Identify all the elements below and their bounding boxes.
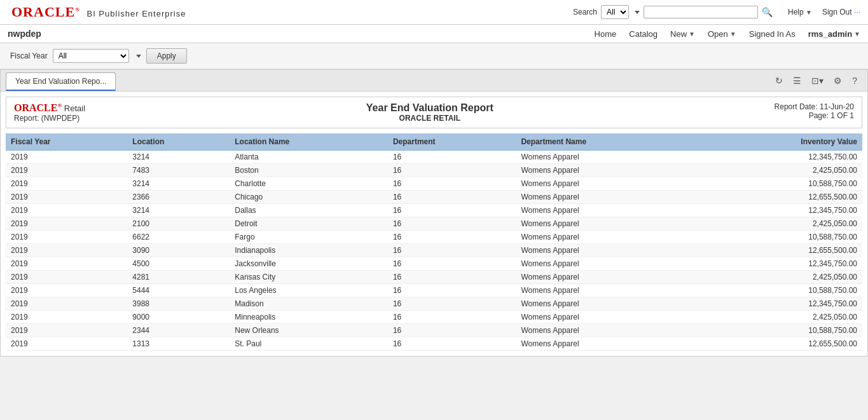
report-subtitle: ORACLE RETAIL — [85, 114, 775, 123]
cell-department-name: Womens Apparel — [516, 311, 699, 324]
help-link[interactable]: Help ▼ — [788, 8, 812, 17]
col-inventory-value: Inventory Value — [700, 133, 862, 151]
cell-department-name: Womens Apparel — [516, 271, 699, 284]
cell-location-name: Atlanta — [230, 151, 388, 164]
table-row: 2019 2366 Chicago 16 Womens Apparel 12,6… — [6, 191, 862, 204]
cell-fiscal-year: 2019 — [6, 257, 127, 271]
cell-location: 2344 — [127, 324, 230, 337]
table-row: 2019 9000 Minneapolis 16 Womens Apparel … — [6, 311, 862, 324]
cell-fiscal-year: 2019 — [6, 204, 127, 217]
open-dropdown[interactable]: Open ▼ — [708, 29, 736, 39]
cell-inventory-value: 12,655,500.00 — [700, 337, 862, 351]
fiscal-year-select[interactable]: All 2019 2020 — [53, 49, 129, 63]
cell-fiscal-year: 2019 — [6, 164, 127, 177]
cell-location-name: Detroit — [230, 217, 388, 231]
cell-location-name: Minneapolis — [230, 311, 388, 324]
cell-location-name: Fargo — [230, 231, 388, 244]
cell-department-name: Womens Apparel — [516, 231, 699, 244]
cell-department: 16 — [388, 164, 516, 177]
cell-department: 16 — [388, 191, 516, 204]
brand-name: nwpdep — [8, 29, 41, 39]
cell-department: 16 — [388, 151, 516, 164]
cell-inventory-value: 10,588,750.00 — [700, 324, 862, 337]
search-input[interactable] — [644, 6, 758, 18]
tab-year-end-valuation[interactable]: Year End Valuation Repo... — [6, 72, 116, 91]
top-nav-actions: Help ▼ Sign Out ··· — [788, 8, 860, 17]
cell-location-name: Boston — [230, 164, 388, 177]
export-button[interactable]: ⊡▾ — [809, 74, 826, 87]
search-button[interactable]: 🔍 — [762, 7, 773, 17]
cell-inventory-value: 10,588,750.00 — [700, 177, 862, 191]
table-row: 2019 2100 Detroit 16 Womens Apparel 2,42… — [6, 217, 862, 231]
cell-location-name: Jacksonville — [230, 257, 388, 271]
table-header-row: Fiscal Year Location Location Name Depar… — [6, 133, 862, 151]
cell-department: 16 — [388, 271, 516, 284]
settings-button[interactable]: ⚙ — [831, 74, 844, 87]
second-navigation: nwpdep Home Catalog New ▼ Open ▼ Signed … — [0, 25, 868, 43]
cell-fiscal-year: 2019 — [6, 177, 127, 191]
table-row: 2019 6622 Fargo 16 Womens Apparel 10,588… — [6, 231, 862, 244]
cell-inventory-value: 12,345,750.00 — [700, 204, 862, 217]
cell-inventory-value: 12,345,750.00 — [700, 151, 862, 164]
signed-in-label: Signed In As — [749, 29, 796, 39]
cell-department-name: Womens Apparel — [516, 297, 699, 311]
cell-fiscal-year: 2019 — [6, 271, 127, 284]
user-chevron-icon: ▼ — [854, 30, 860, 37]
signout-link[interactable]: Sign Out ··· — [822, 8, 860, 17]
cell-location: 7483 — [127, 164, 230, 177]
cell-department: 16 — [388, 297, 516, 311]
table-row: 2019 2344 New Orleans 16 Womens Apparel … — [6, 324, 862, 337]
cell-department-name: Womens Apparel — [516, 151, 699, 164]
cell-location: 6622 — [127, 231, 230, 244]
cell-department: 16 — [388, 257, 516, 271]
search-scope-select[interactable]: All — [601, 5, 629, 19]
apply-button[interactable]: Apply — [146, 48, 187, 64]
refresh-button[interactable]: ↻ — [773, 74, 785, 87]
cell-inventory-value: 10,588,750.00 — [700, 284, 862, 297]
open-chevron-icon: ▼ — [730, 30, 736, 37]
cell-location-name: New Orleans — [230, 324, 388, 337]
table-body: 2019 3214 Atlanta 16 Womens Apparel 12,3… — [6, 151, 862, 351]
cell-department: 16 — [388, 324, 516, 337]
table-row: 2019 7483 Boston 16 Womens Apparel 2,425… — [6, 164, 862, 177]
cell-inventory-value: 2,425,050.00 — [700, 311, 862, 324]
cell-location-name: Charlotte — [230, 177, 388, 191]
report-oracle-branding: ORACLE® Retail Report: (NWPDEP) — [14, 102, 85, 123]
cell-location-name: Indianapolis — [230, 244, 388, 257]
help-report-button[interactable]: ? — [850, 74, 860, 87]
cell-location-name: St. Paul — [230, 337, 388, 351]
report-main-title: Year End Valuation Report — [85, 102, 775, 114]
user-dropdown[interactable]: rms_admin ▼ — [808, 29, 860, 39]
cell-location: 4500 — [127, 257, 230, 271]
cell-department-name: Womens Apparel — [516, 164, 699, 177]
catalog-link[interactable]: Catalog — [629, 29, 658, 39]
report-date: Report Date: 11-Jun-20 — [775, 102, 854, 111]
report-meta-right: Report Date: 11-Jun-20 Page: 1 OF 1 — [775, 102, 854, 120]
cell-fiscal-year: 2019 — [6, 337, 127, 351]
cell-inventory-value: 12,345,750.00 — [700, 297, 862, 311]
col-location: Location — [127, 133, 230, 151]
report-oracle-logo: ORACLE® Retail — [14, 102, 85, 114]
cell-fiscal-year: 2019 — [6, 244, 127, 257]
new-dropdown[interactable]: New ▼ — [670, 29, 695, 39]
table-row: 2019 4281 Kansas City 16 Womens Apparel … — [6, 271, 862, 284]
cell-fiscal-year: 2019 — [6, 324, 127, 337]
cell-department-name: Womens Apparel — [516, 217, 699, 231]
cell-department-name: Womens Apparel — [516, 284, 699, 297]
report-content: ORACLE® Retail Report: (NWPDEP) Year End… — [1, 91, 867, 356]
table-row: 2019 3214 Dallas 16 Womens Apparel 12,34… — [6, 204, 862, 217]
list-view-button[interactable]: ☰ — [790, 74, 804, 87]
username-label: rms_admin — [808, 29, 852, 39]
cell-location: 2366 — [127, 191, 230, 204]
cell-inventory-value: 12,655,500.00 — [700, 244, 862, 257]
cell-location: 1313 — [127, 337, 230, 351]
report-area: Year End Valuation Repo... ↻ ☰ ⊡▾ ⚙ ? OR… — [0, 69, 868, 356]
cell-location: 3214 — [127, 204, 230, 217]
cell-department: 16 — [388, 284, 516, 297]
report-name-line: Report: (NWPDEP) — [14, 114, 85, 123]
cell-fiscal-year: 2019 — [6, 217, 127, 231]
col-department-name: Department Name — [516, 133, 699, 151]
cell-department: 16 — [388, 337, 516, 351]
top-navigation: ORACLE® BI Publisher Enterprise Search A… — [0, 0, 868, 25]
home-link[interactable]: Home — [595, 29, 617, 39]
